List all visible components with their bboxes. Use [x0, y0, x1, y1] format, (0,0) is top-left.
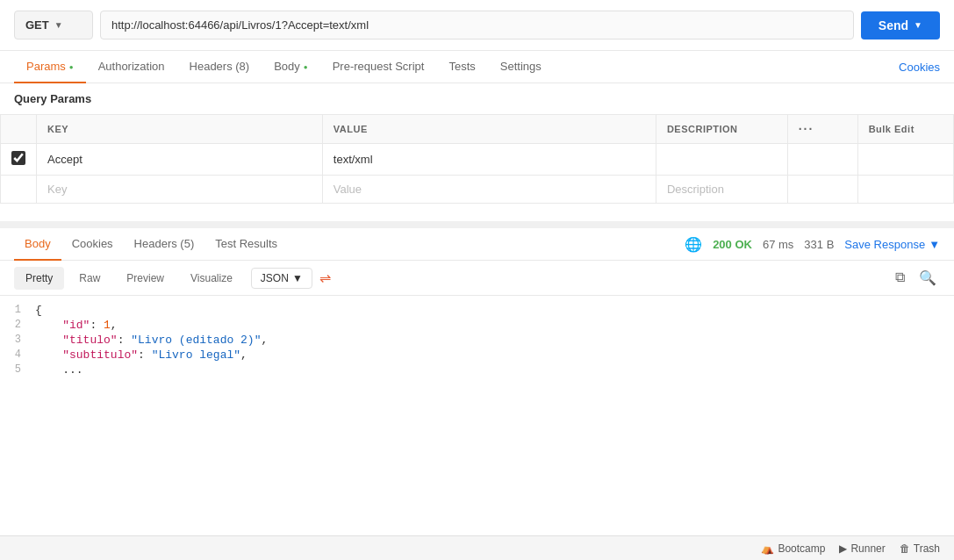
response-tabs: Body Cookies Headers (5) Test Results 🌐 … [0, 228, 954, 261]
line-num-2: 2 [0, 319, 35, 331]
save-response-button[interactable]: Save Response ▼ [844, 238, 940, 251]
empty-actions-cell [787, 176, 857, 204]
response-tab-test-results[interactable]: Test Results [204, 228, 288, 261]
th-description: DESCRIPTION [656, 115, 787, 144]
response-tab-headers[interactable]: Headers (5) [124, 228, 205, 261]
send-chevron-icon: ▼ [914, 20, 922, 30]
th-key: KEY [37, 115, 323, 144]
empty-key-placeholder: Key [47, 183, 67, 196]
tab-params[interactable]: Params [14, 51, 86, 83]
code-toolbar: Pretty Raw Preview Visualize JSON ▼ ⇌ ⧉ … [0, 261, 954, 296]
th-checkbox [1, 115, 37, 144]
trash-icon: 🗑 [900, 542, 910, 555]
format-label: JSON [261, 272, 289, 284]
cookies-link[interactable]: Cookies [899, 61, 940, 74]
trash-item[interactable]: 🗑 Trash [900, 542, 940, 555]
row-value-cell: text/xml [322, 144, 656, 176]
send-label: Send [879, 18, 908, 32]
tab-body[interactable]: Body [262, 51, 319, 83]
row-key-cell: Accept [37, 144, 323, 176]
globe-icon: 🌐 [685, 236, 702, 253]
url-input[interactable] [100, 11, 854, 39]
bootcamp-icon: ⛺ [761, 542, 774, 555]
row-bulk-cell [857, 144, 953, 176]
search-icon[interactable]: 🔍 [915, 266, 940, 290]
format-chevron-icon: ▼ [292, 272, 303, 284]
response-status-bar: 🌐 200 OK 67 ms 331 B Save Response ▼ [685, 236, 940, 253]
trash-label: Trash [914, 542, 940, 555]
response-size: 331 B [804, 238, 834, 251]
row-desc-cell [656, 144, 787, 176]
response-time: 67 ms [763, 238, 793, 251]
tab-authorization[interactable]: Authorization [86, 51, 177, 83]
line-content-5: ... [35, 363, 83, 377]
empty-checkbox-cell [1, 176, 37, 204]
bootcamp-label: Bootcamp [778, 542, 825, 555]
empty-desc-cell[interactable]: Description [656, 176, 787, 204]
empty-row: Key Value Description [1, 176, 954, 204]
line-num-4: 4 [0, 348, 35, 361]
method-label: GET [25, 18, 49, 32]
line-content-1: { [35, 304, 42, 317]
code-line-5: 5 ... [0, 363, 954, 377]
code-line-3: 3 "titulo": "Livro (editado 2)", [0, 333, 954, 348]
method-select[interactable]: GET ▼ [14, 11, 93, 39]
empty-bulk-cell [857, 176, 953, 204]
url-bar: GET ▼ Send ▼ [0, 0, 954, 51]
format-select[interactable]: JSON ▼ [251, 268, 312, 289]
status-badge: 200 OK [713, 238, 752, 251]
line-num-3: 3 [0, 334, 35, 346]
tab-pre-request[interactable]: Pre-request Script [320, 51, 437, 83]
line-num-5: 5 [0, 363, 35, 376]
empty-key-cell[interactable]: Key [37, 176, 323, 204]
line-num-1: 1 [0, 304, 35, 316]
params-table: KEY VALUE DESCRIPTION ··· Bulk Edit Acce… [0, 114, 954, 204]
th-actions: ··· [787, 115, 857, 144]
row-key-value: Accept [47, 153, 82, 166]
response-tab-body[interactable]: Body [14, 228, 61, 261]
save-response-chevron-icon: ▼ [929, 238, 940, 251]
runner-icon: ▶ [839, 542, 847, 555]
view-raw-button[interactable]: Raw [68, 267, 111, 290]
empty-desc-placeholder: Description [667, 183, 724, 196]
th-bulk-edit[interactable]: Bulk Edit [857, 115, 953, 144]
code-line-1: 1 { [0, 303, 954, 318]
empty-value-cell[interactable]: Value [322, 176, 656, 204]
runner-item[interactable]: ▶ Runner [839, 542, 885, 555]
code-content: 1 { 2 "id": 1, 3 "titulo": "Livro (edita… [0, 296, 954, 410]
view-visualize-button[interactable]: Visualize [179, 267, 244, 290]
code-action-icons: ⧉ 🔍 [892, 266, 940, 290]
row-checkbox[interactable] [11, 151, 25, 165]
bulk-options-icon[interactable]: ··· [799, 122, 814, 136]
method-chevron-icon: ▼ [54, 20, 63, 30]
tab-settings[interactable]: Settings [488, 51, 554, 83]
line-content-3: "titulo": "Livro (editado 2)", [35, 334, 268, 347]
send-button[interactable]: Send ▼ [861, 11, 940, 39]
row-value-value: text/xml [334, 153, 373, 166]
code-line-2: 2 "id": 1, [0, 318, 954, 333]
wrap-icon[interactable]: ⇌ [319, 269, 331, 286]
line-content-2: "id": 1, [35, 319, 118, 332]
table-row: Accept text/xml [1, 144, 954, 176]
line-content-4: "subtitulo": "Livro legal", [35, 348, 247, 362]
query-params-title: Query Params [0, 83, 954, 114]
tab-headers[interactable]: Headers (8) [177, 51, 262, 83]
response-tab-cookies[interactable]: Cookies [61, 228, 124, 261]
th-value: VALUE [322, 115, 656, 144]
copy-icon[interactable]: ⧉ [892, 266, 908, 290]
response-section: Body Cookies Headers (5) Test Results 🌐 … [0, 221, 954, 410]
bootcamp-item[interactable]: ⛺ Bootcamp [761, 542, 825, 555]
row-checkbox-cell [1, 144, 37, 176]
empty-value-placeholder: Value [334, 183, 362, 196]
request-tabs: Params Authorization Headers (8) Body Pr… [0, 51, 954, 83]
row-actions-cell [787, 144, 857, 176]
view-pretty-button[interactable]: Pretty [14, 267, 64, 290]
tab-tests[interactable]: Tests [436, 51, 487, 83]
runner-label: Runner [850, 542, 885, 555]
bottom-bar: ⛺ Bootcamp ▶ Runner 🗑 Trash [0, 535, 954, 560]
save-response-label: Save Response [844, 238, 925, 251]
code-line-4: 4 "subtitulo": "Livro legal", [0, 348, 954, 363]
view-preview-button[interactable]: Preview [115, 267, 176, 290]
